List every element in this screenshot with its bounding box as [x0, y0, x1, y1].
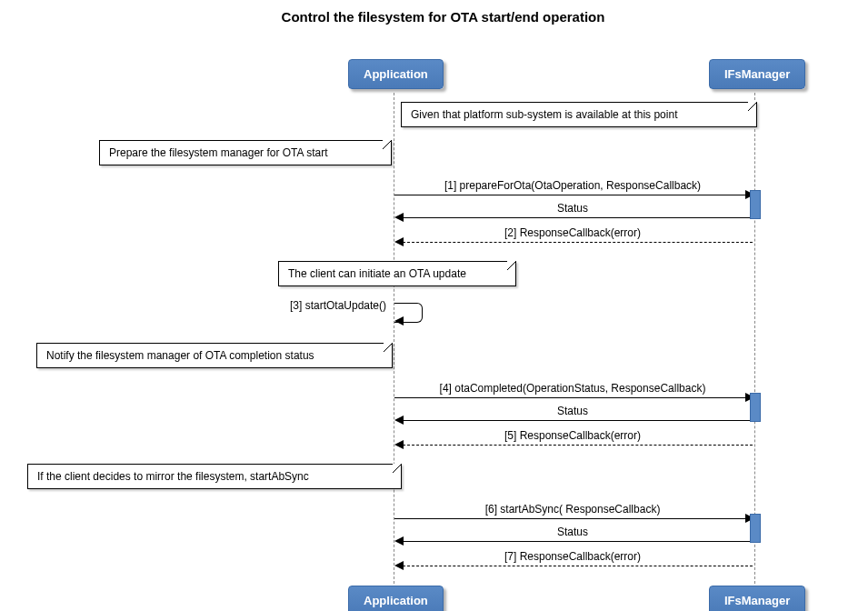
- activation-m4: [750, 393, 761, 422]
- arrow-head-m1r: [394, 213, 404, 222]
- arrow-head-m2: [394, 237, 404, 246]
- msg-response-callback-7: [7] ResponseCallback(error): [400, 550, 745, 563]
- msg-prepare-for-ota: [1] prepareForOta(OtaOperation, Response…: [400, 179, 745, 192]
- lifeline-application: [394, 93, 395, 584]
- arrow-head-m4r: [394, 416, 404, 425]
- activation-m1: [750, 190, 761, 219]
- arrow-m2: [403, 242, 753, 243]
- msg-status-6: Status: [400, 526, 745, 538]
- arrow-m1: [394, 195, 745, 195]
- msg-start-ab-sync: [6] startAbSync( ResponseCallback): [400, 503, 745, 516]
- arrow-m7: [403, 566, 753, 566]
- arrow-head-m5: [394, 440, 404, 449]
- arrow-m5: [403, 445, 753, 446]
- arrow-m6: [394, 518, 745, 519]
- msg-start-ota-update: [3] startOtaUpdate(): [282, 299, 386, 312]
- participant-application-bottom: Application: [348, 586, 444, 611]
- note-notify-completion: Notify the filesystem manager of OTA com…: [36, 343, 393, 368]
- sequence-diagram: Application IFsManager Application IFsMa…: [9, 34, 859, 606]
- note-prepare-ota-start: Prepare the filesystem manager for OTA s…: [99, 140, 392, 165]
- arrow-m1r: [403, 217, 750, 218]
- msg-response-callback-2: [2] ResponseCallback(error): [400, 226, 745, 239]
- note-platform-available: Given that platform sub-system is availa…: [401, 102, 757, 127]
- msg-status-1: Status: [400, 202, 745, 215]
- note-start-ab-sync: If the client decides to mirror the file…: [27, 464, 402, 489]
- lifeline-ifsmanager: [754, 93, 756, 584]
- msg-status-4: Status: [400, 405, 745, 417]
- arrow-head-m6r: [394, 536, 404, 546]
- participant-application-top: Application: [348, 59, 444, 89]
- activation-m6: [750, 514, 761, 543]
- arrow-m4: [394, 397, 745, 398]
- participant-ifsmanager-top: IFsManager: [709, 59, 805, 89]
- arrow-m4r: [403, 420, 750, 421]
- note-client-initiate-ota: The client can initiate an OTA update: [278, 261, 516, 286]
- participant-ifsmanager-bottom: IFsManager: [709, 586, 805, 611]
- arrow-head-m7: [394, 561, 404, 570]
- arrow-m6r: [403, 541, 750, 542]
- msg-response-callback-5: [5] ResponseCallback(error): [400, 429, 745, 442]
- diagram-title: Control the filesystem for OTA start/end…: [9, 9, 868, 25]
- arrow-head-m3: [394, 316, 404, 326]
- msg-ota-completed: [4] otaCompleted(OperationStatus, Respon…: [400, 382, 745, 395]
